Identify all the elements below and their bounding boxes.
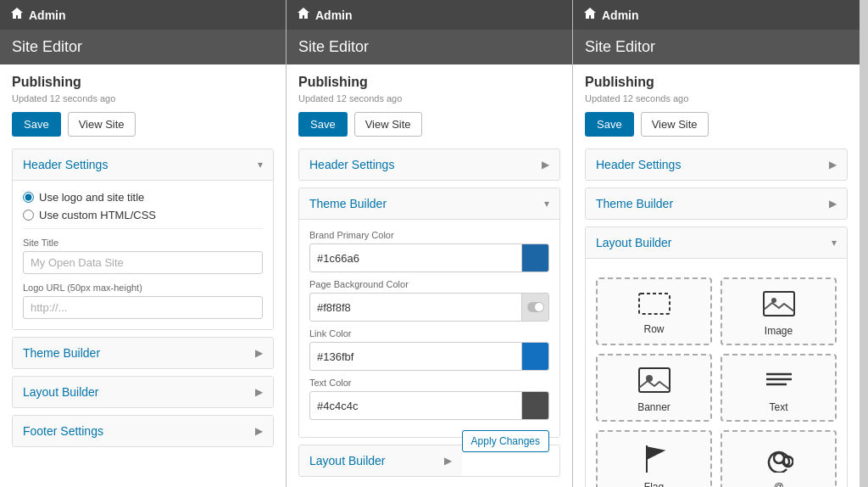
accordion-header-theme-builder-1[interactable]: Theme Builder ▶: [13, 338, 273, 368]
admin-bar: Admin: [573, 0, 860, 30]
publishing-title: Publishing: [298, 75, 560, 90]
updated-text: Updated 12 seconds ago: [298, 93, 560, 104]
accordion-label: Theme Builder: [596, 197, 673, 210]
site-editor-title: Site Editor: [585, 38, 655, 55]
layout-item-banner[interactable]: Banner: [596, 354, 712, 422]
panel-content: Publishing Updated 12 seconds ago Save V…: [0, 64, 286, 487]
color-label: Brand Primary Color: [309, 230, 549, 240]
accordion-label: Header Settings: [23, 158, 108, 171]
color-swatch-text-color[interactable]: [521, 392, 548, 419]
accordion-header-header-settings-2[interactable]: Header Settings ▶: [299, 149, 559, 180]
admin-bar: Admin: [287, 0, 572, 30]
color-label: Link Color: [309, 328, 549, 339]
chevron-icon: ▶: [255, 347, 263, 359]
accordion-header-footer-settings[interactable]: Footer Settings ▶: [13, 416, 273, 446]
site-editor-title: Site Editor: [12, 38, 82, 55]
view-site-button[interactable]: View Site: [641, 112, 709, 137]
accordion-header-header-settings-3[interactable]: Header Settings ▶: [586, 149, 847, 180]
color-input-brand-primary[interactable]: [310, 247, 521, 270]
layout-item-image[interactable]: Image: [721, 277, 837, 345]
publishing-actions: Save View Site: [298, 112, 560, 137]
save-button[interactable]: Save: [298, 112, 348, 137]
radio-logo-title[interactable]: [23, 192, 34, 203]
accordion-header-layout-builder-3[interactable]: Layout Builder ▾: [586, 227, 847, 259]
layout-item-label: Image: [765, 325, 793, 337]
color-input-text-color[interactable]: [310, 395, 521, 417]
site-editor-title: Site Editor: [298, 38, 369, 55]
input-site-title[interactable]: [23, 251, 263, 274]
admin-label: Admin: [315, 8, 353, 22]
home-icon: [297, 7, 310, 23]
layout-item-text[interactable]: Text: [721, 354, 837, 422]
publishing-actions: Save View Site: [12, 112, 274, 137]
layout-item-at[interactable]: @: [721, 430, 837, 487]
layout-item-row[interactable]: Row: [596, 277, 712, 345]
accordion-theme-builder-3: Theme Builder ▶: [585, 188, 848, 220]
svg-rect-0: [639, 294, 670, 314]
layout-item-label: Banner: [637, 401, 670, 413]
radio-option: Use logo and site title: [23, 191, 263, 204]
layout-grid: Row Image Banner Text Flag: [596, 269, 837, 487]
color-input-link-color[interactable]: [310, 345, 521, 368]
field-label: Logo URL (50px max-height): [23, 283, 263, 293]
radio-label: Use logo and site title: [39, 191, 144, 204]
save-button[interactable]: Save: [585, 112, 634, 137]
home-icon: [583, 7, 597, 23]
flag-icon: [642, 444, 667, 476]
admin-label: Admin: [602, 8, 639, 22]
image-icon: [763, 291, 795, 320]
updated-text: Updated 12 seconds ago: [585, 93, 848, 104]
accordion-layout-builder-3: Layout Builder ▾ Row Image Banner Text: [585, 227, 848, 487]
accordion-footer-settings: Footer Settings ▶: [12, 415, 274, 447]
chevron-icon: ▶: [829, 198, 837, 210]
accordion-body-header-settings: Use logo and site title Use custom HTML/…: [13, 181, 273, 329]
radio-custom-html[interactable]: [23, 210, 34, 221]
accordion-label: Theme Builder: [309, 197, 387, 210]
panel-panel1: Admin Site Editor Publishing Updated 12 …: [0, 0, 287, 487]
chevron-icon: ▶: [542, 159, 549, 171]
row-icon: [638, 293, 670, 318]
panel-panel2: Admin Site Editor Publishing Updated 12 …: [287, 0, 573, 487]
color-field-brand-primary: [309, 244, 549, 272]
save-button[interactable]: Save: [12, 112, 61, 137]
accordion-header-settings-3: Header Settings ▶: [585, 148, 848, 181]
chevron-icon: ▾: [544, 198, 549, 210]
layout-item-flag[interactable]: Flag: [596, 430, 712, 487]
color-swatch-link-color[interactable]: [521, 343, 548, 370]
site-editor-header: Site Editor: [287, 30, 572, 64]
accordion-header-layout-builder-1[interactable]: Layout Builder ▶: [13, 377, 273, 407]
color-label: Page Background Color: [309, 279, 549, 289]
updated-text: Updated 12 seconds ago: [12, 93, 274, 104]
color-field-text-color: [309, 391, 549, 420]
color-swatch-brand-primary[interactable]: [521, 244, 548, 271]
input-logo-url[interactable]: [23, 296, 263, 319]
view-site-button[interactable]: View Site: [68, 112, 136, 137]
color-toggle-page-bg[interactable]: [521, 294, 548, 321]
accordion-header-theme-builder-3[interactable]: Theme Builder ▶: [586, 188, 847, 219]
layout-item-label: @: [773, 481, 783, 487]
accordion-header-settings: Header Settings ▾ Use logo and site titl…: [12, 148, 274, 330]
color-input-page-bg[interactable]: [310, 296, 521, 319]
accordion-header-layout-builder-2[interactable]: Layout Builder ▶: [299, 445, 462, 476]
publishing-title: Publishing: [12, 75, 274, 90]
accordion-label: Theme Builder: [23, 346, 100, 360]
radio-label: Use custom HTML/CSS: [39, 209, 156, 221]
banner-icon: [638, 367, 670, 396]
accordion-label: Layout Builder: [596, 236, 672, 249]
layout-item-label: Text: [769, 401, 787, 413]
accordion-body-theme-builder-2: Brand Primary Color Page Background Colo…: [299, 220, 559, 437]
view-site-button[interactable]: View Site: [354, 112, 422, 137]
accordion-theme-builder-1: Theme Builder ▶: [12, 337, 274, 369]
site-editor-header: Site Editor: [573, 30, 860, 64]
svg-rect-3: [639, 368, 670, 392]
publishing-title: Publishing: [585, 75, 848, 90]
chevron-icon: ▶: [829, 159, 837, 171]
accordion-header-theme-builder-2[interactable]: Theme Builder ▾: [299, 188, 559, 220]
apply-changes-button[interactable]: Apply Changes: [462, 430, 549, 452]
accordion-header-header-settings[interactable]: Header Settings ▾: [13, 149, 273, 181]
panel-panel3: Admin Site Editor Publishing Updated 12 …: [573, 0, 860, 487]
site-editor-header: Site Editor: [0, 30, 286, 64]
radio-option: Use custom HTML/CSS: [23, 209, 263, 221]
color-field-link-color: [309, 342, 549, 371]
accordion-label: Layout Builder: [309, 454, 386, 467]
